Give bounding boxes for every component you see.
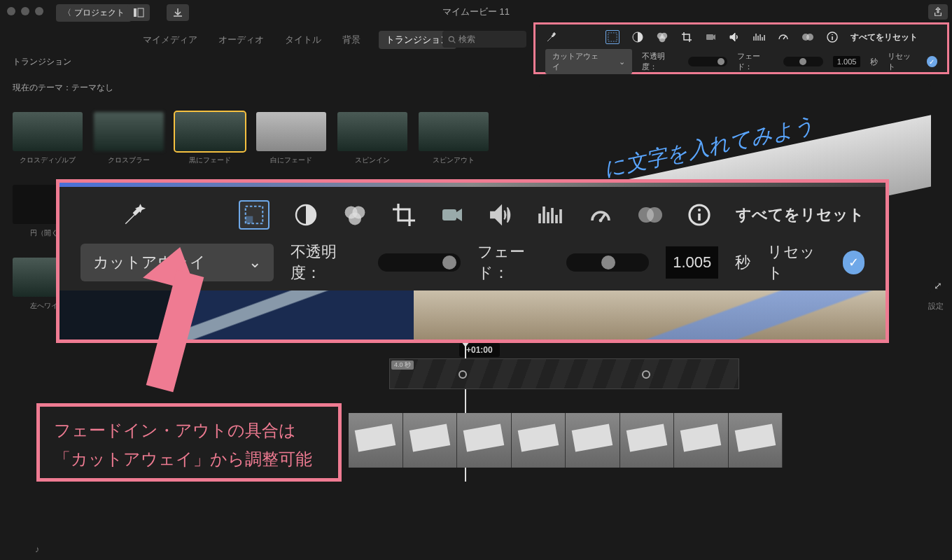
clip-duration: 4.0 秒 [391,360,414,370]
transition-item[interactable]: 黒にフェード [175,112,245,165]
transition-item[interactable]: クロスディゾルブ [13,112,83,165]
noise-icon[interactable] [752,32,765,42]
thumb-label: 白にフェード [256,155,326,165]
svg-point-2 [449,36,454,41]
thumb-label: 黒にフェード [175,155,245,165]
thumb-label: スピンイン [337,155,407,165]
reset-all-button[interactable]: すべてをリセット [736,204,864,225]
tab-title[interactable]: タイトル [282,31,324,49]
colorcorrect-icon[interactable] [342,204,368,226]
apply-check-icon[interactable]: ✓ [843,251,864,274]
overlay-select[interactable]: カットアウェイ⌄ [545,49,632,74]
fade-label: フェード： [737,51,774,72]
svg-point-10 [806,34,813,41]
opacity-slider[interactable] [688,57,728,66]
share-icon [933,7,943,17]
fade-unit: 秒 [870,57,878,67]
tab-bg[interactable]: 背景 [340,31,363,49]
noise-icon[interactable] [538,205,564,225]
fade-value[interactable]: 1.005 [833,56,861,67]
app-root: 〈 プロジェクト マイムービー 11 マイメディア オーディオ タイトル 背景 … [0,0,952,560]
svg-point-7 [659,36,666,42]
crop-icon[interactable] [681,31,692,43]
filter-icon[interactable] [638,204,663,225]
transition-item[interactable]: スピンイン [337,112,407,165]
annotation-line1: フェードイン・アウトの具合は [54,416,324,445]
svg-rect-18 [442,209,456,220]
svg-point-17 [349,212,361,225]
svg-rect-3 [608,33,617,41]
window-title: マイムービー 11 [0,6,952,18]
info-icon[interactable] [688,204,710,226]
transition-item[interactable]: クロスブラー [94,112,164,165]
volume-icon[interactable] [489,204,513,225]
apply-check-icon[interactable]: ✓ [927,56,937,67]
search-icon [448,36,456,43]
search-placeholder: 検索 [458,34,475,46]
colorbalance-icon[interactable] [295,204,317,226]
thumb-label: スピンアウト [419,155,489,165]
chevron-down-icon: ⌄ [619,57,625,66]
reset-button[interactable]: リセット [888,51,917,72]
tab-audio[interactable]: オーディオ [216,31,267,49]
volume-icon[interactable] [729,32,740,42]
annotation-arrow [161,272,189,391]
speed-icon[interactable] [589,204,612,226]
opacity-label: 不透明度： [290,241,360,284]
transition-item[interactable]: スピンアウト [419,112,489,165]
svg-rect-8 [706,34,713,40]
settings-label[interactable]: 設定 [928,301,944,312]
speed-icon[interactable] [778,31,789,43]
music-icon[interactable]: ♪ [35,544,40,554]
autoenhance-icon[interactable] [545,31,558,43]
thumb-label: クロスディゾルブ [13,155,83,165]
overlay-icon[interactable] [606,30,620,44]
svg-point-23 [698,209,701,211]
svg-rect-13 [246,216,253,224]
chevron-down-icon: ⌄ [248,253,261,272]
stabilize-icon[interactable] [440,205,464,225]
reset-all-button[interactable]: すべてをリセット [850,32,918,43]
timeline-overlay-track[interactable]: +01:00 4.0 秒 [389,358,739,389]
colorbalance-icon[interactable] [632,31,643,43]
fade-handle[interactable] [458,370,467,379]
theme-label: 現在のテーマ：テーマなし [13,83,113,93]
overlay-clip[interactable]: 4.0 秒 [389,358,739,389]
annotation-box: フェードイン・アウトの具合は 「カットアウェイ」から調整可能 [36,403,342,482]
autoenhance-icon[interactable] [122,203,146,227]
filter-icon[interactable] [802,32,814,42]
fade-value[interactable]: 1.005 [666,246,718,279]
tab-mymedia[interactable]: マイメディア [140,31,200,49]
fade-handle[interactable] [642,370,650,379]
colorcorrect-icon[interactable] [656,31,668,43]
info-icon[interactable] [827,31,838,43]
stabilize-icon[interactable] [705,32,716,42]
opacity-label: 不透明度： [642,51,678,72]
svg-point-21 [647,207,662,223]
svg-point-19 [599,219,603,223]
section-label: トランジション [13,56,71,68]
fade-slider[interactable] [783,57,823,66]
share-button[interactable] [928,4,948,20]
browser-tabs: マイメディア オーディオ タイトル 背景 トランジション [140,31,456,49]
inspector-mini-highlight: すべてをリセット カットアウェイ⌄ 不透明度： フェード： 1.005 秒 リセ… [533,22,949,74]
fade-label: フェード： [477,241,550,284]
reset-button[interactable]: リセット [767,241,826,284]
fade-slider[interactable] [566,253,649,272]
timeline-main-track[interactable] [349,413,783,468]
transition-item[interactable]: 白にフェード [256,112,326,165]
search-input[interactable]: 検索 [442,31,526,48]
overlay-icon[interactable] [239,200,270,230]
fade-unit: 秒 [735,252,750,273]
overlay-select-value: カットアウェイ [552,51,602,72]
annotation-line2: 「カットアウェイ」から調整可能 [54,445,324,474]
crop-icon[interactable] [393,204,415,226]
thumb-label: クロスブラー [94,155,164,165]
opacity-slider[interactable] [378,253,461,272]
expand-icon[interactable]: ⤢ [934,280,942,291]
